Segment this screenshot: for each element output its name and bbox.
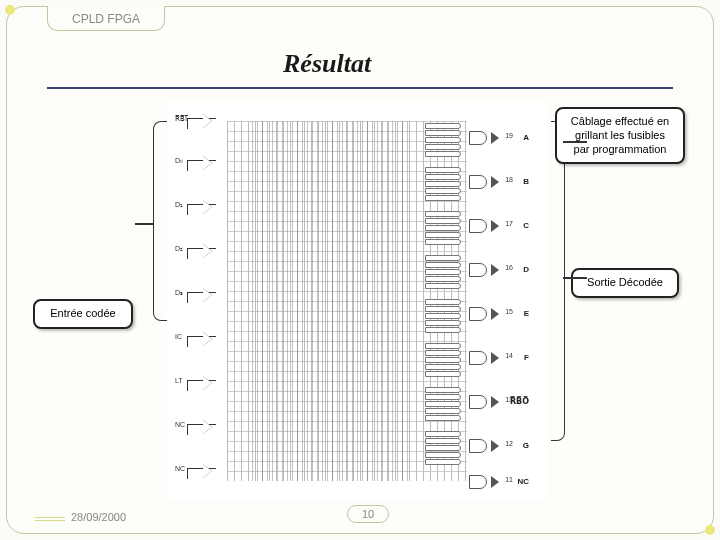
gate-group <box>425 123 461 158</box>
input-pin-nc2: NC <box>175 465 223 479</box>
gate-group <box>425 343 461 378</box>
footer-ornament <box>35 517 65 521</box>
title-underline <box>47 87 673 89</box>
gate-group <box>425 431 461 466</box>
output-pin-d: 16D <box>469 263 529 277</box>
output-pin-f: 14F <box>469 351 529 365</box>
callout-coded-input: Entrée codée <box>33 299 133 329</box>
input-pin-rbi: R̅B̅I̅ <box>175 115 223 129</box>
input-pin-d1: D₁ <box>175 201 223 215</box>
corner-ornament-top-left <box>5 5 15 15</box>
fuse-lines <box>252 121 412 481</box>
brace-outputs <box>551 121 565 441</box>
gate-group <box>425 211 461 246</box>
input-pin-nc1: NC <box>175 421 223 435</box>
corner-ornament-bottom-right <box>705 525 715 535</box>
footer-date: 28/09/2000 <box>71 511 126 523</box>
output-pin-g: 12G <box>469 439 529 453</box>
leader-line <box>563 277 587 279</box>
input-pin-d3: D₃ <box>175 289 223 303</box>
input-pin-d2: D₂ <box>175 245 223 259</box>
output-pin-rbo: 13R̅B̅O̅ <box>469 395 529 409</box>
leader-line <box>563 141 587 143</box>
callout-decoded-output: Sortie Décodée <box>571 268 679 298</box>
slide-title: Résultat <box>283 49 371 79</box>
callout-wiring: Câblage effectué en grillant les fusible… <box>555 107 685 164</box>
input-pin-lt: LT <box>175 377 223 391</box>
gate-group <box>425 387 461 422</box>
leader-line <box>135 223 153 225</box>
slide-frame: CPLD FPGA Résultat R̅B̅I̅ D₀ D₁ D₂ D₃ IC… <box>6 6 714 534</box>
header-tab: CPLD FPGA <box>47 6 165 31</box>
input-pin-ic: IC <box>175 333 223 347</box>
gate-group <box>425 299 461 334</box>
output-pin-e: 15E <box>469 307 529 321</box>
gate-group <box>425 255 461 290</box>
footer-page-number: 10 <box>347 505 389 523</box>
gate-group <box>425 167 461 202</box>
output-pin-nc: 11NC <box>469 475 529 489</box>
brace-inputs <box>153 121 167 321</box>
input-pin-d0: D₀ <box>175 157 223 171</box>
output-pin-b: 18B <box>469 175 529 189</box>
schematic-diagram: R̅B̅I̅ D₀ D₁ D₂ D₃ IC LT NC NC 19A 18B 1… <box>167 101 547 501</box>
output-pin-a: 19A <box>469 131 529 145</box>
output-pin-c: 17C <box>469 219 529 233</box>
